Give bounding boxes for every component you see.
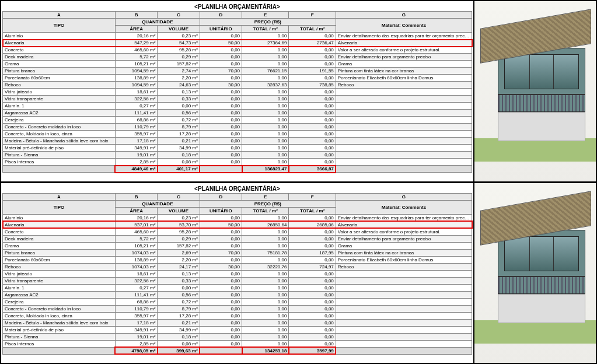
hdr-preco[interactable]: PREÇO (R$) <box>200 19 336 26</box>
cell-comments[interactable] <box>336 340 472 347</box>
cell-area[interactable]: 0,27 m² <box>115 103 157 110</box>
cell-unitario[interactable]: 70,00 <box>200 68 242 75</box>
cell-tipo[interactable]: Material pré-definido de piso <box>3 326 116 333</box>
cell-comments[interactable]: Reboco <box>336 263 472 270</box>
table-row[interactable]: Argamassa AC2111,41 m²0,56 m³0,000,000,0… <box>3 291 472 298</box>
table-row[interactable]: Material pré-definido de piso349,91 m²34… <box>3 326 472 333</box>
cell-total-m3[interactable]: 0,00 <box>289 235 336 242</box>
cell-unitario[interactable]: 0,00 <box>200 103 242 110</box>
cell-total-m3[interactable]: 0,00 <box>289 270 336 277</box>
col-letter-f[interactable]: F <box>289 193 336 200</box>
cell-volume[interactable]: 0,56 m³ <box>158 110 200 117</box>
cell-total-m3[interactable]: 0,00 <box>289 319 336 326</box>
cell-volume[interactable]: 17,28 m³ <box>158 312 200 319</box>
col-letter-c[interactable]: C <box>158 193 200 200</box>
cell-volume[interactable]: 0,21 m³ <box>158 319 200 326</box>
cell-total-m3[interactable]: 0,00 <box>289 96 336 103</box>
cell-area[interactable]: 17,18 m² <box>115 319 157 326</box>
table-row[interactable]: Vidro transparente322,56 m²0,33 m³0,000,… <box>3 277 472 284</box>
cell-total-m3[interactable]: 0,00 <box>289 89 336 96</box>
cell-unitario[interactable]: 0,00 <box>200 284 242 291</box>
cell-unitario[interactable]: 0,00 <box>200 54 242 61</box>
cell-total-m2[interactable]: 0,00 <box>242 89 289 96</box>
cell-area[interactable]: 322,56 m² <box>115 277 157 284</box>
cell-total-m2[interactable]: 75181,78 <box>242 249 289 256</box>
cell-total-m2[interactable]: 0,00 <box>242 54 289 61</box>
cell-comments[interactable] <box>336 131 472 138</box>
cell-volume[interactable]: 24,63 m³ <box>158 82 200 89</box>
col-letter-e[interactable]: E <box>242 12 289 19</box>
cell-volume[interactable]: 53,70 m³ <box>158 221 200 228</box>
cell-volume[interactable]: 0,00 m³ <box>158 103 200 110</box>
cell-comments[interactable] <box>336 305 472 312</box>
table-row[interactable]: Concreto - Concreto moldado in loco110,7… <box>3 124 472 131</box>
cell-area[interactable]: 465,60 m² <box>115 47 157 54</box>
table-row[interactable]: Reboco1094,59 m²24,63 m³30,0032837,63738… <box>3 82 472 89</box>
cell-total-m2[interactable]: 0,00 <box>242 110 289 117</box>
table-row[interactable]: Concreto, Moldado in loco, cinza355,97 m… <box>3 312 472 319</box>
table-row[interactable]: Pintura branca1074,03 m²2,69 m³70,007518… <box>3 249 472 256</box>
cell-unitario[interactable]: 0,00 <box>200 319 242 326</box>
cell-area[interactable]: 68,86 m² <box>115 298 157 305</box>
cell-tipo[interactable]: Concreto <box>3 47 116 54</box>
table-row[interactable]: Porcelanato 60x60cm138,89 m²2,20 m³0,000… <box>3 75 472 82</box>
table-row[interactable]: Cerejeira68,86 m²0,72 m³0,000,000,00 <box>3 117 472 124</box>
cell-tipo[interactable]: Reboco <box>3 82 116 89</box>
cell-volume[interactable]: 95,28 m³ <box>158 228 200 235</box>
cell-total-m2[interactable]: 0,00 <box>242 340 289 347</box>
cell-unitario[interactable]: 0,00 <box>200 110 242 117</box>
cell-total-m2[interactable]: 0,00 <box>242 277 289 284</box>
cell-total-m3[interactable]: 0,00 <box>289 75 336 82</box>
cell-comments[interactable] <box>336 333 472 340</box>
table-row[interactable]: Vidro jateado18,61 m²0,13 m³0,000,000,00 <box>3 270 472 277</box>
cell-tipo[interactable]: Alvenaria <box>3 40 116 47</box>
cell-area[interactable]: 138,89 m² <box>115 75 157 82</box>
cell-tipo[interactable]: Madeira - Bétula - Manchada sólida leve … <box>3 138 116 145</box>
cell-comments[interactable] <box>336 277 472 284</box>
cell-total-m2[interactable]: 0,00 <box>242 75 289 82</box>
cell-area[interactable]: 19,01 m² <box>115 152 157 159</box>
cell-unitario[interactable]: 0,00 <box>200 96 242 103</box>
cell-unitario[interactable]: 0,00 <box>200 89 242 96</box>
cell-total-m2[interactable]: 32837,63 <box>242 82 289 89</box>
hdr-tipo[interactable]: TIPO <box>3 200 116 214</box>
cell-unitario[interactable]: 0,00 <box>200 340 242 347</box>
cell-total-m2[interactable]: 0,00 <box>242 228 289 235</box>
cell-total-m2[interactable]: 0,00 <box>242 319 289 326</box>
cell-tipo[interactable]: Vidro jateado <box>3 89 116 96</box>
table-row[interactable]: Pintura - Sienna19,01 m²0,18 m³0,000,000… <box>3 152 472 159</box>
cell-area[interactable]: 0,27 m² <box>115 284 157 291</box>
cell-unitario[interactable]: 0,00 <box>200 333 242 340</box>
cell-tipo[interactable]: Concreto, Moldado in loco, cinza <box>3 131 116 138</box>
cell-comments[interactable]: Enviar detalhamento das esquadrias para … <box>336 214 472 221</box>
cell-comments[interactable] <box>336 124 472 131</box>
table-row[interactable]: Alvenaria537,01 m²53,70 m³50,0026850,642… <box>3 221 472 228</box>
cell-area[interactable]: 138,89 m² <box>115 256 157 263</box>
table-row[interactable]: Pisos internos2,85 m²0,08 m³0,000,000,00 <box>3 159 472 166</box>
cell-area[interactable]: 17,18 m² <box>115 138 157 145</box>
cell-tipo[interactable]: Pintura branca <box>3 68 116 75</box>
cell-total-m3[interactable]: 2685,06 <box>289 221 336 228</box>
cell-total-m3[interactable]: 0,00 <box>289 110 336 117</box>
cell-total-m2[interactable]: 0,00 <box>242 131 289 138</box>
cell-total-m2[interactable]: 0,00 <box>242 312 289 319</box>
cell-unitario[interactable]: 30,00 <box>200 263 242 270</box>
cell-tipo[interactable]: Pisos internos <box>3 159 116 166</box>
hdr-material-comments[interactable]: Material: Comments <box>336 19 472 33</box>
cell-comments[interactable]: Enviar detalhamento das esquadrias para … <box>336 33 472 40</box>
cell-total-m3[interactable]: 191,55 <box>289 68 336 75</box>
cell-area[interactable]: 1074,03 m² <box>115 249 157 256</box>
table-row[interactable]: Alumínio20,16 m²0,23 m³0,000,000,00Envia… <box>3 33 472 40</box>
cell-area[interactable]: 349,91 m² <box>115 326 157 333</box>
cell-total-m3[interactable]: 0,00 <box>289 138 336 145</box>
cell-area[interactable]: 355,97 m² <box>115 312 157 319</box>
cell-tipo[interactable]: Pintura - Sienna <box>3 152 116 159</box>
cell-total-m2[interactable]: 0,00 <box>242 117 289 124</box>
cell-volume[interactable]: 0,00 m³ <box>158 284 200 291</box>
cell-unitario[interactable]: 0,00 <box>200 138 242 145</box>
cell-total-m2[interactable]: 0,00 <box>242 326 289 333</box>
cell-comments[interactable] <box>336 270 472 277</box>
cell-comments[interactable]: Valor a ser alterado conforme o projeto … <box>336 47 472 54</box>
cell-total-m2[interactable]: 0,00 <box>242 96 289 103</box>
cell-total-m2[interactable]: 0,00 <box>242 270 289 277</box>
